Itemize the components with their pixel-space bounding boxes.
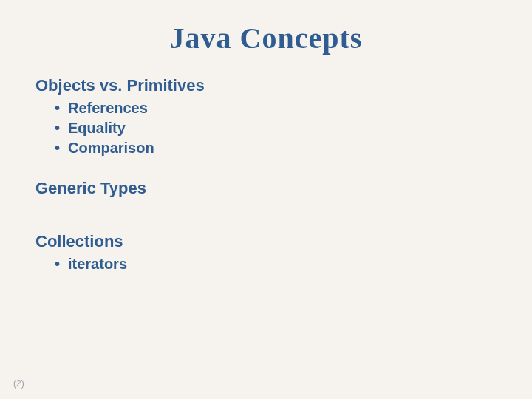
section-1: Generic Types (35, 179, 497, 225)
spacer (35, 201, 497, 225)
slide-title: Java Concepts (35, 21, 497, 55)
list-item: Equality (55, 118, 497, 138)
bullet-list: iterators (55, 254, 497, 274)
section-heading: Collections (35, 232, 497, 251)
list-item: iterators (55, 254, 497, 274)
section-heading: Objects vs. Primitives (35, 76, 497, 95)
section-2: Collections iterators (35, 232, 497, 274)
slide: Java Concepts Objects vs. Primitives Ref… (0, 0, 532, 399)
page-number: (2) (13, 378, 24, 389)
bullet-list: References Equality Comparison (55, 98, 497, 158)
list-item: Comparison (55, 138, 497, 158)
list-item: References (55, 98, 497, 118)
section-heading: Generic Types (35, 179, 497, 198)
section-0: Objects vs. Primitives References Equali… (35, 76, 497, 158)
